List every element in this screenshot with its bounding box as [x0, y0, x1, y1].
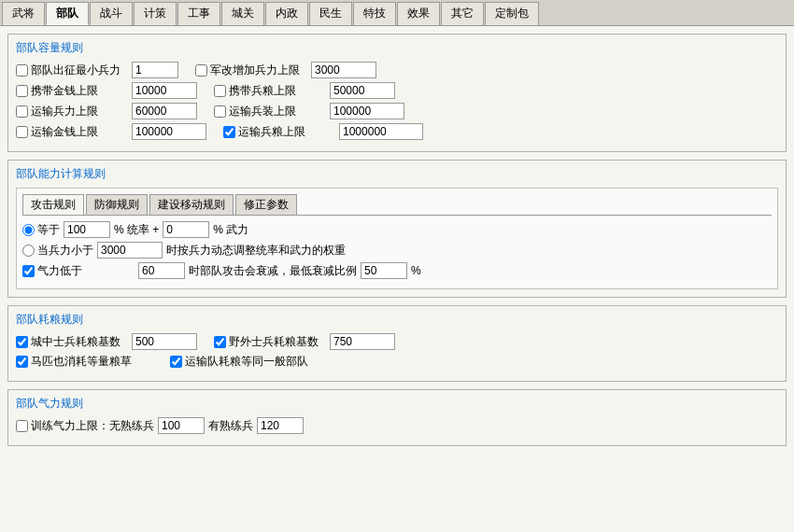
capacity-transport-troops-label: 运输兵力上限 [16, 104, 128, 119]
consumption-transport-check[interactable] [170, 356, 182, 368]
morale-train-label: 训练气力上限：无熟练兵 [16, 418, 154, 434]
consumption-horse-label: 马匹也消耗等量粮草 [16, 354, 132, 370]
main-content: 部队容量规则 部队出征最小兵力 军改增加兵力上限 携带金钱上限 [0, 26, 794, 532]
attack-morale-val1[interactable] [138, 262, 185, 279]
section-consumption: 部队耗粮规则 城中士兵耗粮基数 野外士兵耗粮基数 马匹也消耗等量粮草 [7, 305, 787, 382]
consumption-horse-check[interactable] [16, 356, 28, 368]
attack-radio-2-label: 当兵力小于 [22, 243, 93, 259]
consumption-field-input[interactable] [330, 333, 395, 350]
consumption-city-input[interactable] [132, 333, 197, 350]
capacity-gold-limit-label: 携带金钱上限 [16, 83, 128, 99]
section-ability: 部队能力计算规则 攻击规则 防御规则 建设移动规则 修正参数 等于 % 统率 +… [7, 160, 787, 298]
section-capacity: 部队容量规则 部队出征最小兵力 军改增加兵力上限 携带金钱上限 [7, 34, 787, 152]
attack-r1-val1[interactable] [64, 221, 110, 238]
tab-qita[interactable]: 其它 [441, 2, 484, 25]
capacity-transport-grain-check[interactable] [223, 126, 235, 138]
consumption-title: 部队耗粮规则 [16, 312, 778, 328]
attack-morale-check[interactable] [22, 265, 35, 277]
consumption-city-check[interactable] [16, 336, 28, 348]
capacity-army-reform-label: 军改增加兵力上限 [195, 63, 307, 78]
capacity-transport-troops-input[interactable] [132, 103, 197, 119]
capacity-transport-gold-label: 运输金钱上限 [16, 124, 128, 140]
attack-r1-val2[interactable] [163, 221, 209, 238]
attack-radio-1[interactable] [22, 224, 35, 236]
consumption-field-label: 野外士兵耗粮基数 [214, 334, 326, 350]
capacity-min-troops-label: 部队出征最小兵力 [16, 63, 128, 78]
capacity-row-4: 运输金钱上限 运输兵粮上限 [16, 123, 778, 140]
capacity-transport-equip-check[interactable] [214, 105, 226, 118]
capacity-min-troops-input[interactable] [132, 62, 178, 78]
capacity-row-3: 运输兵力上限 运输兵装上限 [16, 103, 778, 119]
capacity-transport-gold-input[interactable] [132, 123, 206, 140]
capacity-transport-equip-label: 运输兵装上限 [214, 104, 326, 119]
sub-tab-defense[interactable]: 防御规则 [86, 194, 148, 215]
ability-inner: 攻击规则 防御规则 建设移动规则 修正参数 等于 % 统率 + % 武力 [16, 188, 778, 289]
capacity-grain-limit-label: 携带兵粮上限 [214, 83, 326, 99]
consumption-city-label: 城中士兵耗粮基数 [16, 334, 128, 350]
capacity-transport-troops-check[interactable] [16, 105, 28, 118]
capacity-gold-limit-check[interactable] [16, 85, 28, 97]
tab-bar: 武将 部队 战斗 计策 工事 城关 内政 民生 特技 效果 其它 定制包 [0, 0, 794, 26]
tab-zhandou[interactable]: 战斗 [90, 2, 133, 25]
capacity-transport-grain-input[interactable] [339, 123, 423, 140]
attack-radio-2[interactable] [22, 245, 35, 257]
attack-r2-val1[interactable] [97, 242, 163, 259]
morale-raw-input[interactable] [158, 417, 205, 434]
tab-xiaoguo[interactable]: 效果 [397, 2, 440, 25]
attack-radio-1-label: 等于 [22, 222, 60, 238]
tab-chengguan[interactable]: 城关 [221, 2, 264, 25]
tab-dingzhitao[interactable]: 定制包 [485, 2, 539, 25]
ability-title: 部队能力计算规则 [16, 166, 778, 182]
capacity-row-1: 部队出征最小兵力 军改增加兵力上限 [16, 62, 778, 78]
attack-morale-check-label: 气力低于 [22, 263, 135, 279]
capacity-gold-limit-input[interactable] [132, 82, 197, 99]
consumption-transport-label: 运输队耗粮等同一般部队 [170, 354, 308, 370]
section-morale: 部队气力规则 训练气力上限：无熟练兵 有熟练兵 [7, 389, 787, 446]
consumption-field-check[interactable] [214, 336, 226, 348]
tab-teji[interactable]: 特技 [353, 2, 396, 25]
capacity-min-troops-check[interactable] [16, 64, 28, 77]
capacity-army-reform-check[interactable] [195, 64, 207, 77]
tab-jice[interactable]: 计策 [134, 2, 177, 25]
attack-rule-row-2: 当兵力小于 时按兵力动态调整统率和武力的权重 [22, 242, 772, 259]
sub-tab-correction[interactable]: 修正参数 [235, 194, 297, 215]
morale-train-check[interactable] [16, 420, 28, 432]
sub-tab-movement[interactable]: 建设移动规则 [149, 194, 234, 215]
tab-budui[interactable]: 部队 [46, 2, 89, 25]
attack-rule-row-1: 等于 % 统率 + % 武力 [22, 221, 772, 238]
capacity-transport-gold-check[interactable] [16, 126, 28, 138]
tab-neizheng[interactable]: 内政 [265, 2, 308, 25]
capacity-grain-limit-input[interactable] [330, 82, 395, 99]
tab-minsheng[interactable]: 民生 [309, 2, 352, 25]
capacity-transport-equip-input[interactable] [330, 103, 404, 119]
sub-tab-attack[interactable]: 攻击规则 [22, 194, 84, 215]
morale-title: 部队气力规则 [16, 396, 778, 412]
consumption-row-2: 马匹也消耗等量粮草 运输队耗粮等同一般部队 [16, 354, 778, 370]
capacity-title: 部队容量规则 [16, 40, 778, 56]
attack-rule-row-3: 气力低于 时部队攻击会衰减，最低衰减比例 % [22, 262, 772, 279]
morale-trained-input[interactable] [257, 417, 304, 434]
capacity-army-reform-input[interactable] [311, 62, 376, 78]
capacity-transport-grain-label: 运输兵粮上限 [223, 124, 335, 140]
tab-gongshi[interactable]: 工事 [177, 2, 220, 25]
consumption-row-1: 城中士兵耗粮基数 野外士兵耗粮基数 [16, 333, 778, 350]
capacity-row-2: 携带金钱上限 携带兵粮上限 [16, 82, 778, 99]
sub-tab-bar: 攻击规则 防御规则 建设移动规则 修正参数 [22, 194, 772, 216]
capacity-grain-limit-check[interactable] [214, 85, 226, 97]
morale-row-1: 训练气力上限：无熟练兵 有熟练兵 [16, 417, 778, 434]
tab-wujiang[interactable]: 武将 [2, 2, 45, 25]
attack-morale-val2[interactable] [361, 262, 407, 279]
